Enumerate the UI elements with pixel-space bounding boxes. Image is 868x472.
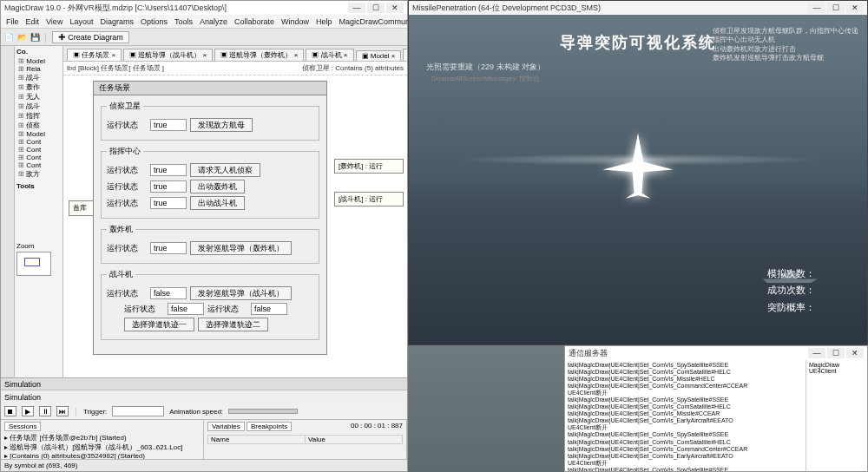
action-button[interactable]: 发现敌方航母: [190, 118, 253, 132]
state-field[interactable]: false: [150, 287, 187, 299]
tree-item[interactable]: 轰作: [16, 82, 61, 92]
menu-help[interactable]: Help: [316, 17, 332, 26]
var-col-name: Name: [208, 436, 306, 443]
tree-item[interactable]: 侦察: [16, 121, 61, 130]
menu-file[interactable]: File: [6, 17, 19, 26]
tree-item[interactable]: 指挥: [16, 111, 61, 121]
state-field[interactable]: true: [150, 197, 187, 209]
menu-tools[interactable]: Tools: [174, 17, 193, 26]
editor-tab[interactable]: ▣ 战斗机 ×: [403, 49, 407, 61]
console-minimize-button[interactable]: —: [808, 348, 825, 358]
log-line: talk|MagicDraw|UE4Client|Set_ComVis_SpyS…: [568, 431, 803, 438]
create-diagram-button[interactable]: 🞣 Create Diagram: [52, 31, 129, 43]
console-maximize-button[interactable]: ☐: [827, 348, 845, 358]
viz-titlebar[interactable]: MissilePenetration (64-位 Development PCD…: [409, 1, 867, 15]
save-icon[interactable]: 💾: [30, 33, 40, 42]
editor-tab[interactable]: ▣ 战斗机 ×: [306, 49, 353, 61]
containment-tree-panel[interactable]: Co. ModelRela战斗轰作无人战斗指挥侦察ModelContContCo…: [15, 46, 63, 377]
session-item[interactable]: ▸ 任务场景 [任务场景@e2b7b] (Started): [4, 433, 200, 442]
menu-diagrams[interactable]: Diagrams: [100, 17, 134, 26]
action-button[interactable]: 发射巡航导弹（轰炸机）: [190, 241, 292, 255]
menu-window[interactable]: Window: [281, 17, 309, 26]
sim-stop-button[interactable]: ⏹: [4, 406, 16, 416]
clients-list[interactable]: MagicDrawUE4Client: [806, 360, 867, 471]
sessions-tab[interactable]: Sessions: [4, 422, 41, 431]
console-log[interactable]: talk|MagicDraw|UE4Client|Set_ComVis_SpyS…: [565, 360, 806, 471]
anim-speed-slider[interactable]: [228, 409, 298, 414]
dialog-titlebar[interactable]: 任务场景: [93, 81, 327, 95]
tree-item[interactable]: Cont: [16, 154, 61, 161]
viz-maximize-button[interactable]: ☐: [827, 3, 845, 13]
simulation-tab[interactable]: Simulation: [1, 377, 407, 390]
client-item[interactable]: MagicDraw: [809, 362, 865, 368]
var-col-value: Value: [306, 436, 402, 443]
tree-item[interactable]: 敌方: [16, 169, 61, 179]
tree-item[interactable]: Model: [16, 57, 61, 65]
trigger-label: Trigger:: [83, 408, 107, 416]
stat-probability: 突防概率：: [767, 299, 815, 317]
log-line: talk|MagicDraw|UE4Client|Set_ComVis_Earl…: [568, 453, 803, 460]
action-button[interactable]: 请求无人机侦察: [190, 163, 260, 177]
menu-analyze[interactable]: Analyze: [200, 17, 227, 26]
editor-tab[interactable]: ▣ Model ×: [356, 50, 402, 61]
sessions-panel[interactable]: Sessions ▸ 任务场景 [任务场景@e2b7b] (Started)▸ …: [1, 420, 204, 459]
group-legend: 轰炸机: [107, 224, 135, 235]
variables-tab[interactable]: Variables: [207, 422, 245, 431]
editor-tab[interactable]: ▣ 巡航导弹（战斗机） ×: [123, 49, 213, 61]
tree-item[interactable]: Cont: [16, 161, 61, 169]
tree-item[interactable]: Model: [16, 130, 61, 138]
menu-layout[interactable]: Layout: [69, 17, 93, 26]
editor-tab[interactable]: ▣ 巡航导弹（轰炸机） ×: [214, 49, 304, 61]
menu-collaborate[interactable]: Collaborate: [234, 17, 274, 26]
console-close-button[interactable]: ✕: [846, 348, 864, 358]
viz-heading: 导弹突防可视化系统: [560, 32, 716, 53]
tree-item[interactable]: Cont: [16, 138, 61, 146]
client-item[interactable]: UE4Client: [809, 368, 865, 374]
action-button[interactable]: 出动轰炸机: [190, 180, 245, 193]
viz-3d-viewport[interactable]: 导弹突防可视化系统 侦察卫星发现敌方航母舰队群，向指挥中心传递指挥中心出动无人机…: [409, 15, 867, 344]
action-button[interactable]: 出动战斗机: [190, 196, 245, 210]
log-line: talk|MagicDraw|UE4Client|Set_ComVis_Comm…: [568, 446, 803, 453]
close-button[interactable]: ✕: [386, 3, 404, 13]
block-right-1[interactable]: [轰炸机] : 运行: [334, 159, 404, 174]
trigger-select[interactable]: [112, 406, 164, 416]
maximize-button[interactable]: ☐: [367, 3, 385, 13]
sim-pause-button[interactable]: ⏸: [39, 406, 51, 416]
open-icon[interactable]: 📂: [17, 33, 27, 42]
block-right-2[interactable]: [战斗机] : 运行: [334, 192, 404, 206]
state-field[interactable]: false: [251, 303, 287, 315]
state-field[interactable]: true: [150, 119, 187, 131]
menu-view[interactable]: View: [46, 17, 62, 26]
state-field[interactable]: false: [168, 303, 204, 315]
console-titlebar[interactable]: 通信服务器 — ☐ ✕: [565, 346, 867, 360]
sim-play-button[interactable]: ▶: [22, 406, 34, 416]
session-item[interactable]: ▸ 巡航导弹（战斗机）[巡航导弹（战斗机）_603..621.Loc]: [4, 442, 200, 452]
action-button[interactable]: 选择弹道轨迹二: [198, 318, 268, 331]
session-item[interactable]: ▸ [Contains (0) attributes@3524982] (Sta…: [4, 452, 200, 459]
tree-item[interactable]: 战斗: [16, 73, 61, 82]
new-icon[interactable]: 📄: [4, 33, 14, 42]
menu-options[interactable]: Options: [141, 17, 168, 26]
breakpoints-tab[interactable]: Breakpoints: [247, 422, 292, 431]
action-button[interactable]: 发射巡航导弹（战斗机）: [190, 286, 292, 300]
state-field[interactable]: true: [150, 180, 187, 193]
menu-edit[interactable]: Edit: [26, 17, 40, 26]
log-line: talk|MagicDraw|UE4Client|Set_ComVis_Comm…: [568, 383, 803, 390]
tree-item[interactable]: 战斗: [16, 102, 61, 111]
panel-header: Co.: [16, 48, 61, 56]
sim-step-button[interactable]: ⏭: [56, 406, 69, 416]
viz-minimize-button[interactable]: —: [808, 3, 825, 13]
minimize-button[interactable]: —: [348, 3, 365, 13]
zoom-overview[interactable]: [16, 252, 51, 276]
state-field[interactable]: true: [150, 164, 187, 176]
tree-item[interactable]: Cont: [16, 146, 61, 154]
viz-close-button[interactable]: ✕: [846, 3, 864, 13]
viz-title-text: MissilePenetration (64-位 Development PCD…: [412, 3, 601, 14]
tree-item[interactable]: 无人: [16, 92, 61, 102]
variables-panel[interactable]: Variables Breakpoints 00 : 00 : 01 : 887…: [204, 420, 407, 459]
action-button[interactable]: 选择弹道轨迹一: [124, 318, 194, 331]
magicdraw-titlebar[interactable]: MagicDraw 19.0 - 外网VR模型.mdzip [C:\Users\…: [1, 1, 407, 15]
state-field[interactable]: true: [150, 242, 187, 254]
tree-item[interactable]: Rela: [16, 65, 61, 73]
editor-tab[interactable]: ▣ 任务场景 ×: [67, 49, 122, 61]
